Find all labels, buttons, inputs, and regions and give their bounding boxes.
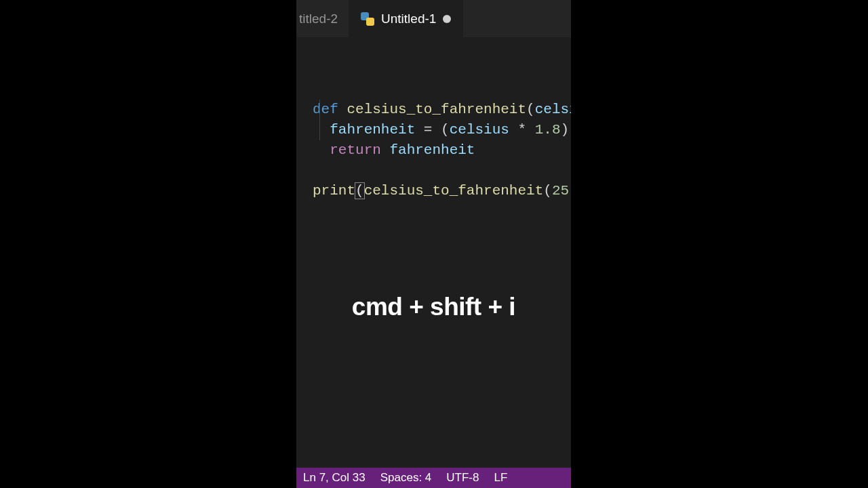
status-encoding[interactable]: UTF-8 [446,471,479,485]
tab-untitled-1[interactable]: Untitled-1 [349,0,463,37]
tab-label: Untitled-1 [381,12,436,26]
code-editor[interactable]: def celsius_to_fahrenheit(celsiu fahrenh… [296,37,571,468]
indent-guide [319,100,320,140]
dirty-indicator-icon [443,15,451,23]
status-indentation[interactable]: Spaces: 4 [380,471,432,485]
tab-untitled-2[interactable]: titled-2 [296,0,349,37]
python-icon [361,12,374,26]
tab-label: titled-2 [299,12,338,26]
matched-bracket: ( [355,182,365,199]
tab-bar: titled-2 Untitled-1 [296,0,571,37]
editor-window: titled-2 Untitled-1 def celsius_to_fahre… [296,0,571,488]
status-eol[interactable]: LF [494,471,507,485]
status-bar: Ln 7, Col 33 Spaces: 4 UTF-8 LF [296,468,571,488]
status-cursor-position[interactable]: Ln 7, Col 33 [303,471,366,485]
